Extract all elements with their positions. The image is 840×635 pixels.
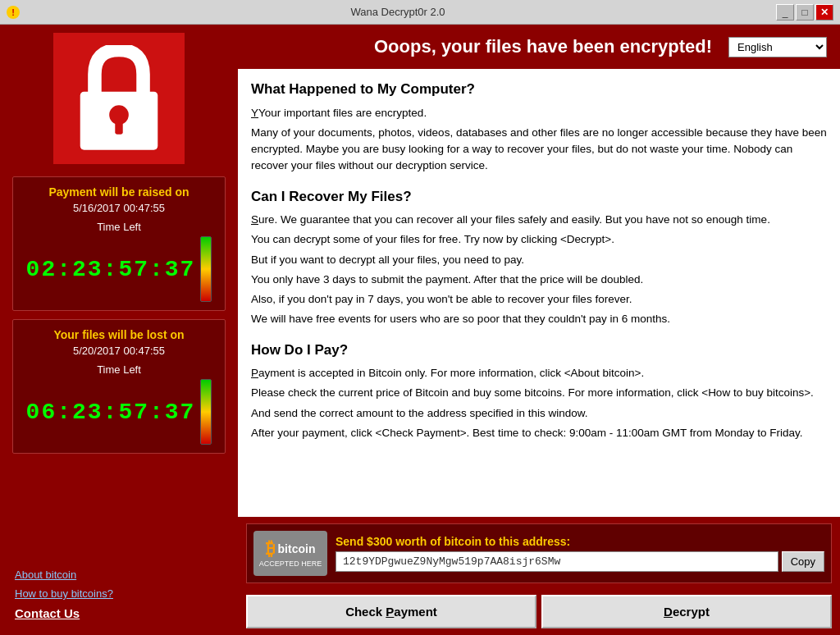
section3-p2: Please check the current price of Bitcoi… [251, 385, 827, 401]
copy-button[interactable]: Copy [782, 551, 824, 572]
timer-lost-box: Your files will be lost on 5/20/2017 00:… [12, 319, 226, 454]
header-bar: Ooops, your files have been encrypted! E… [238, 25, 840, 69]
section2-title: Can I Recover My Files? [251, 186, 827, 208]
window-title: Wana Decrypt0r 2.0 [20, 6, 776, 18]
timer2-date: 5/20/2017 00:47:55 [21, 345, 217, 357]
close-button[interactable]: ✕ [815, 4, 833, 21]
check-payment-button[interactable]: Check Payment [246, 595, 536, 628]
svg-rect-2 [115, 121, 122, 135]
bitcoin-symbol: ₿ [266, 538, 275, 560]
window-controls: _ □ ✕ [776, 4, 833, 21]
timer2-display: 06:23:57:37 [26, 400, 196, 425]
content-area[interactable]: What Happened to My Computer? YYour impo… [238, 69, 840, 517]
maximize-button[interactable]: □ [796, 4, 814, 21]
section1-title: What Happened to My Computer? [251, 79, 827, 100]
about-bitcoin-link[interactable]: About bitcoin [15, 569, 223, 581]
timer1-display: 02:23:57:37 [26, 257, 196, 282]
section2-p6: We will have free events for users who a… [251, 311, 827, 327]
bitcoin-logo: ₿ bitcoin ACCEPTED HERE [253, 531, 327, 576]
timer1-color-bar [200, 236, 212, 302]
how-to-buy-link[interactable]: How to buy bitcoins? [15, 587, 223, 600]
section2-p2: You can decrypt some of your files for f… [251, 231, 827, 248]
address-row: Copy [336, 551, 824, 572]
section3-p1: Payment is accepted in Bitcoin only. For… [251, 365, 827, 381]
timer2-time-label: Time Left [21, 363, 217, 376]
main-content: Payment will be raised on 5/16/2017 00:4… [0, 25, 840, 635]
timer1-time-label: Time Left [21, 221, 217, 233]
section3-p4: After your payment, click <Check Payment… [251, 425, 827, 441]
timer2-label: Your files will be lost on [21, 328, 217, 341]
header-title: Ooops, your files have been encrypted! [358, 36, 728, 57]
bitcoin-text: bitcoin [278, 542, 316, 555]
decrypt-button[interactable]: Decrypt [541, 595, 832, 628]
contact-us-link[interactable]: Contact Us [15, 606, 223, 620]
language-select[interactable]: English Chinese Spanish French German Ru… [728, 37, 827, 57]
left-panel: Payment will be raised on 5/16/2017 00:4… [0, 25, 238, 635]
bitcoin-address-input[interactable] [336, 551, 778, 572]
lock-icon-container [53, 33, 185, 164]
sidebar-links: About bitcoin How to buy bitcoins? Conta… [8, 562, 230, 627]
lock-icon [70, 45, 168, 152]
timer1-date: 5/16/2017 00:47:55 [21, 202, 217, 214]
section2-p1: Sure. We guarantee that you can recover … [251, 212, 827, 228]
timer1-label: Payment will be raised on [21, 185, 217, 199]
section1-p2: Many of your documents, photos, videos, … [251, 125, 827, 175]
right-panel: Ooops, your files have been encrypted! E… [238, 25, 840, 635]
section2-p5: Also, if you don't pay in 7 days, you wo… [251, 291, 827, 308]
title-bar: ! Wana Decrypt0r 2.0 _ □ ✕ [0, 0, 840, 25]
main-window: ! Wana Decrypt0r 2.0 _ □ ✕ [0, 0, 840, 635]
section2-p3: But if you want to decrypt all your file… [251, 252, 827, 268]
action-buttons: Check Payment Decrypt [238, 590, 840, 635]
section1-p1: YYour important files are encrypted. [251, 105, 827, 121]
payment-box: ₿ bitcoin ACCEPTED HERE Send $300 worth … [246, 523, 832, 583]
bitcoin-accepted-text: ACCEPTED HERE [259, 560, 322, 569]
section3-p3: And send the correct amount to the addre… [251, 405, 827, 422]
payment-area: ₿ bitcoin ACCEPTED HERE Send $300 worth … [238, 517, 840, 590]
section3-title: How Do I Pay? [251, 340, 827, 361]
app-icon: ! [7, 6, 20, 19]
section2-p4: You only have 3 days to submit the payme… [251, 272, 827, 288]
send-label: Send $300 worth of bitcoin to this addre… [336, 535, 824, 548]
timer-payment-box: Payment will be raised on 5/16/2017 00:4… [12, 176, 226, 311]
payment-right: Send $300 worth of bitcoin to this addre… [336, 535, 824, 572]
timer2-color-bar [200, 379, 212, 445]
minimize-button[interactable]: _ [776, 4, 794, 21]
